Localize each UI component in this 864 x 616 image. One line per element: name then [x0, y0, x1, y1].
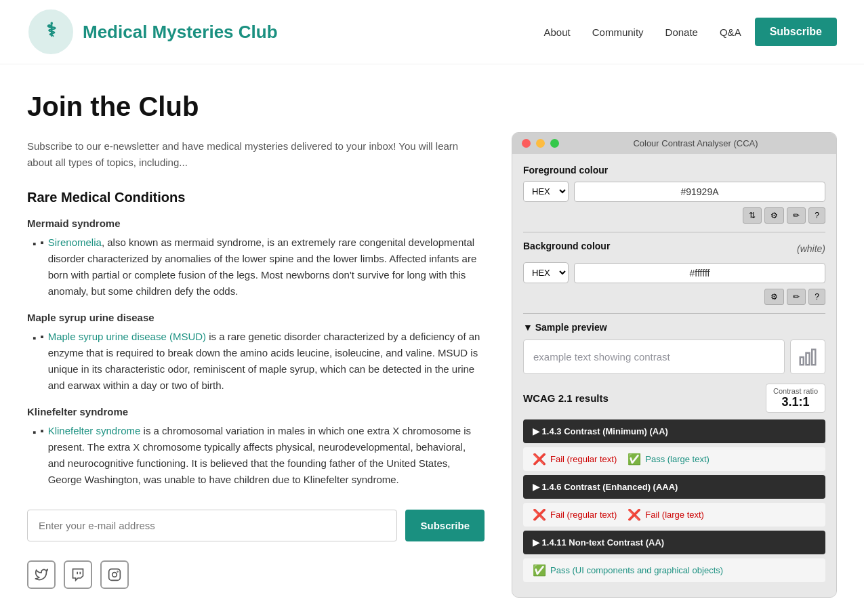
svg-point-3 — [112, 573, 117, 577]
email-input[interactable] — [27, 510, 397, 541]
fg-label: Foreground colour — [523, 165, 825, 176]
wcag-result-aaa-regular: ❌ Fail (regular text) — [533, 508, 617, 521]
bg-label: Background colour — [523, 241, 610, 251]
page-title: Join the Club — [27, 91, 485, 122]
condition-list-msud: ▪ Maple syrup urine disease (MSUD) is a … — [27, 329, 485, 394]
bg-section: Background colour (white) HEX RGB HSL ⚙ … — [523, 241, 825, 305]
list-item: ▪ Maple syrup urine disease (MSUD) is a … — [33, 329, 485, 394]
svg-rect-6 — [806, 352, 810, 365]
bg-format-select[interactable]: HEX RGB HSL — [523, 262, 569, 283]
twitch-icon[interactable] — [64, 560, 92, 589]
fg-help-btn[interactable]: ? — [808, 207, 825, 224]
logo-area: ⚕ Medical Mysteries Club — [27, 8, 278, 56]
site-header: ⚕ Medical Mysteries Club About Community… — [0, 0, 864, 64]
fg-adjust-btn[interactable]: ⚙ — [764, 207, 784, 224]
klinefelter-link[interactable]: Klinefelter syndrome — [48, 425, 141, 436]
condition-heading-msud: Maple syrup urine disease — [27, 312, 485, 323]
wcag-result-aaa-large: ❌ Fail (large text) — [628, 508, 704, 521]
msud-link[interactable]: Maple syrup urine disease (MSUD) — [48, 331, 206, 342]
wcag-row-aa[interactable]: ▶ 1.4.3 Contrast (Minimum) (AA) — [523, 419, 825, 443]
wcag-row-aaa[interactable]: ▶ 1.4.6 Contrast (Enhanced) (AAA) — [523, 475, 825, 499]
cca-body: Foreground colour HEX RGB HSL ⇅ ⚙ ✏ ? — [512, 154, 836, 597]
window-close-btn[interactable] — [522, 139, 531, 148]
chart-icon — [798, 347, 818, 367]
bg-eyedropper-btn[interactable]: ✏ — [787, 289, 806, 305]
condition-heading-mermaid: Mermaid syndrome — [27, 218, 485, 229]
intro-text: Subscribe to our e-newsletter and have m… — [27, 138, 485, 171]
wcag-row-nontext-label: ▶ 1.4.11 Non-text Contrast (AA) — [533, 537, 664, 548]
svg-rect-5 — [800, 357, 804, 365]
list-item: ▪ Sirenomelia, also known as mermaid syn… — [33, 234, 485, 300]
wcag-result-aa-large: ✅ Pass (large text) — [628, 453, 709, 466]
condition-text-klinefelter: Klinefelter syndrome is a chromosomal va… — [48, 423, 485, 488]
fg-color-tools: ⇅ ⚙ ✏ ? — [523, 207, 825, 224]
wcag-header: WCAG 2.1 results Contrast ratio 3.1:1 — [523, 384, 825, 413]
instagram-icon[interactable] — [100, 560, 129, 589]
wcag-result-aa-regular-text: Fail (regular text) — [550, 454, 617, 464]
sirenomelia-link[interactable]: Sirenomelia — [48, 237, 102, 248]
main-content: Join the Club Subscribe to our e-newslet… — [0, 64, 864, 616]
wcag-result-nontext-text: Pass (UI components and graphical object… — [550, 565, 723, 575]
sample-preview-area: example text showing contrast — [523, 340, 825, 374]
condition-mermaid: Mermaid syndrome ▪ Sirenomelia, also kno… — [27, 218, 485, 300]
wcag-result-nontext: ✅ Pass (UI components and graphical obje… — [533, 564, 723, 577]
svg-rect-7 — [812, 349, 815, 365]
wcag-result-aaa-regular-text: Fail (regular text) — [550, 510, 617, 520]
wcag-row-nontext[interactable]: ▶ 1.4.11 Non-text Contrast (AA) — [523, 531, 825, 554]
fg-format-select[interactable]: HEX RGB HSL — [523, 181, 569, 202]
nav-about[interactable]: About — [536, 21, 579, 43]
bg-color-tools: ⚙ ✏ ? — [523, 289, 825, 305]
nav-qa[interactable]: Q&A — [712, 21, 749, 43]
sample-chart-box — [790, 340, 825, 374]
condition-text-mermaid: Sirenomelia, also known as mermaid syndr… — [48, 234, 485, 300]
wcag-title: WCAG 2.1 results — [523, 392, 609, 404]
nav-donate[interactable]: Donate — [657, 21, 706, 43]
wcag-result-aaa-large-text: Fail (large text) — [645, 510, 704, 520]
window-minimize-btn[interactable] — [536, 139, 545, 148]
svg-point-4 — [117, 571, 118, 572]
bg-color-row: HEX RGB HSL — [523, 262, 825, 283]
contrast-ratio-label: Contrast ratio — [773, 387, 818, 395]
condition-list-klinefelter: ▪ Klinefelter syndrome is a chromosomal … — [27, 423, 485, 488]
nav-community[interactable]: Community — [584, 21, 652, 43]
wcag-row-aa-label: ▶ 1.4.3 Contrast (Minimum) (AA) — [533, 426, 668, 436]
bg-value-input[interactable] — [574, 263, 825, 283]
section-heading: Rare Medical Conditions — [27, 190, 485, 205]
fail-icon: ❌ — [533, 453, 546, 466]
wcag-result-aa-large-text: Pass (large text) — [645, 454, 709, 464]
condition-heading-klinefelter: Klinefelter syndrome — [27, 406, 485, 417]
list-item: ▪ Klinefelter syndrome is a chromosomal … — [33, 423, 485, 488]
condition-text-msud: Maple syrup urine disease (MSUD) is a ra… — [48, 329, 485, 394]
content-area: Join the Club Subscribe to our e-newslet… — [27, 91, 485, 598]
fg-color-row: HEX RGB HSL — [523, 181, 825, 202]
condition-list-mermaid: ▪ Sirenomelia, also known as mermaid syn… — [27, 234, 485, 300]
wcag-results-nontext: ✅ Pass (UI components and graphical obje… — [523, 558, 825, 582]
fail-icon-2: ❌ — [533, 508, 546, 521]
header-subscribe-button[interactable]: Subscribe — [755, 18, 837, 46]
fg-eyedropper-btn[interactable]: ✏ — [787, 207, 806, 224]
site-title: Medical Mysteries Club — [83, 22, 278, 43]
sample-preview-section: ▼ Sample preview example text showing co… — [523, 322, 825, 374]
wcag-result-aa-regular: ❌ Fail (regular text) — [533, 453, 617, 466]
fg-value-input[interactable] — [574, 182, 825, 202]
wcag-row-aaa-label: ▶ 1.4.6 Contrast (Enhanced) (AAA) — [533, 482, 678, 492]
cca-titlebar: Colour Contrast Analyser (CCA) — [512, 133, 836, 154]
cca-title: Colour Contrast Analyser (CCA) — [564, 138, 827, 148]
social-icons — [27, 560, 485, 589]
window-maximize-btn[interactable] — [550, 139, 559, 148]
twitter-icon[interactable] — [27, 560, 56, 589]
bg-adjust-btn[interactable]: ⚙ — [764, 289, 784, 305]
wcag-results-aaa: ❌ Fail (regular text) ❌ Fail (large text… — [523, 503, 825, 527]
contrast-ratio-box: Contrast ratio 3.1:1 — [766, 384, 825, 413]
main-nav: About Community Donate Q&A Subscribe — [536, 18, 837, 46]
fg-swap-btn[interactable]: ⇅ — [743, 207, 762, 224]
wcag-section: WCAG 2.1 results Contrast ratio 3.1:1 ▶ … — [523, 384, 825, 582]
cca-panel: Colour Contrast Analyser (CCA) Foregroun… — [512, 132, 837, 598]
pass-icon-2: ✅ — [533, 564, 546, 577]
bg-white-label: (white) — [797, 243, 825, 254]
bg-help-btn[interactable]: ? — [808, 289, 825, 305]
sample-preview-label: ▼ Sample preview — [523, 322, 825, 333]
svg-rect-2 — [109, 569, 121, 581]
form-subscribe-button[interactable]: Subscribe — [405, 510, 485, 541]
contrast-ratio-value: 3.1:1 — [773, 395, 818, 409]
